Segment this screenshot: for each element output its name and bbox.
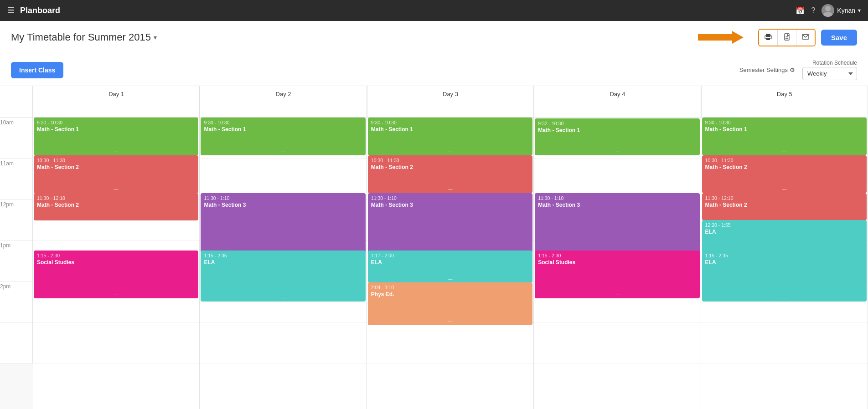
svg-point-1 xyxy=(823,12,832,17)
event-time: 1:15 - 2:30 xyxy=(538,253,696,258)
resize-handle-icon[interactable]: — xyxy=(114,149,119,154)
resize-handle-icon[interactable]: — xyxy=(782,295,786,300)
event-time: 9:30 - 10:30 xyxy=(705,120,863,125)
resize-handle-icon[interactable]: — xyxy=(281,295,285,300)
semester-settings-button[interactable]: Semester Settings ⚙ xyxy=(739,66,795,73)
header-row: My Timetable for Summer 2015 ▾ Save xyxy=(0,21,868,54)
timetable-title[interactable]: My Timetable for Summer 2015 ▾ xyxy=(11,31,157,43)
time-label-11am: 11am xyxy=(0,158,33,199)
event-block[interactable]: 11:30 - 1:10Math - Section 3— xyxy=(368,193,532,257)
event-time: 2:04 - 3:10 xyxy=(371,285,529,290)
resize-handle-icon[interactable]: — xyxy=(448,319,452,324)
event-time: 11:30 - 12:10 xyxy=(705,195,863,201)
event-time: 10:30 - 11:30 xyxy=(705,158,863,163)
svg-rect-4 xyxy=(766,38,770,40)
event-block[interactable]: 10:30 - 11:30Math - Section 2— xyxy=(702,155,867,193)
resize-handle-icon[interactable]: — xyxy=(114,292,119,297)
resize-handle-icon[interactable]: — xyxy=(782,214,786,219)
event-time: 10:30 - 11:30 xyxy=(371,158,529,163)
rotation-group: Rotation Schedule Weekly Daily Block xyxy=(802,60,857,80)
event-time: 1:15 - 2:35 xyxy=(705,253,863,258)
event-time: 1:15 - 2:30 xyxy=(37,253,195,258)
event-time: 9:30 - 10:30 xyxy=(37,120,195,125)
event-time: 9:30 - 10:30 xyxy=(204,120,362,125)
help-icon[interactable]: ? xyxy=(811,6,815,15)
event-time: 12:20 - 1:55 xyxy=(705,222,863,228)
event-block[interactable]: 10:30 - 11:30Math - Section 2— xyxy=(368,155,532,193)
events-area: 9:30 - 10:30Math - Section 1—10:30 - 11:… xyxy=(367,118,533,409)
event-block[interactable]: 1:17 - 2:00ELA— xyxy=(368,251,532,283)
resize-handle-icon[interactable]: — xyxy=(782,149,786,154)
event-title: Math - Section 1 xyxy=(371,126,529,133)
event-block[interactable]: 11:30 - 1:10Math - Section 3— xyxy=(201,193,365,257)
event-block[interactable]: 2:04 - 3:10Phys Ed.— xyxy=(368,282,532,325)
event-block[interactable]: 11:30 - 12:10Math - Section 2— xyxy=(702,193,867,220)
events-area: 9:30 - 10:30Math - Section 1—11:30 - 1:1… xyxy=(200,118,366,409)
resize-handle-icon[interactable]: — xyxy=(448,276,452,281)
event-block[interactable]: 9:30 - 10:30Math - Section 1— xyxy=(34,118,198,155)
rotation-schedule-select[interactable]: Weekly Daily Block xyxy=(802,67,857,80)
event-title: Math - Section 3 xyxy=(204,202,362,208)
print-button[interactable] xyxy=(759,30,778,46)
day-header-5: Day 5 xyxy=(701,86,868,118)
user-menu-caret-icon: ▾ xyxy=(858,7,861,14)
resize-handle-icon[interactable]: — xyxy=(448,149,452,154)
event-title: ELA xyxy=(705,229,863,235)
day-column-1: 9:30 - 10:30Math - Section 1—10:30 - 11:… xyxy=(33,118,200,409)
event-block[interactable]: 9:30 - 10:30Math - Section 1— xyxy=(702,118,867,155)
semester-settings-label: Semester Settings xyxy=(739,66,788,73)
event-block[interactable]: 11:30 - 12:10Math - Section 2— xyxy=(34,193,198,220)
rotation-schedule-label: Rotation Schedule xyxy=(812,60,857,66)
event-time: 11:30 - 1:10 xyxy=(538,195,696,201)
event-block[interactable]: 9:32 - 10:30Math - Section 1— xyxy=(535,118,699,155)
event-time: 1:15 - 2:35 xyxy=(204,253,362,258)
event-title: Math - Section 1 xyxy=(37,126,195,133)
event-block[interactable]: 11:30 - 1:10Math - Section 3— xyxy=(535,193,699,257)
arrow-annotation xyxy=(698,27,753,47)
top-navigation: ☰ Planboard 📅 ? Kynan ▾ xyxy=(0,0,868,21)
insert-class-button[interactable]: Insert Class xyxy=(11,62,63,78)
resize-handle-icon[interactable]: — xyxy=(448,187,452,192)
resize-handle-icon[interactable]: — xyxy=(114,214,119,219)
event-title: ELA xyxy=(705,259,863,266)
timetable-title-caret-icon: ▾ xyxy=(154,34,157,41)
event-block[interactable]: 9:30 - 10:30Math - Section 1— xyxy=(201,118,365,155)
event-title: Math - Section 1 xyxy=(538,127,696,133)
event-title: Phys Ed. xyxy=(371,291,529,297)
events-area: 9:30 - 10:30Math - Section 1—10:30 - 11:… xyxy=(701,118,868,409)
resize-handle-icon[interactable]: — xyxy=(615,292,620,297)
nav-right-actions: 📅 ? Kynan ▾ xyxy=(796,4,861,17)
arrow-icon xyxy=(698,31,744,44)
event-time: 9:30 - 10:30 xyxy=(371,120,529,125)
calendar-container[interactable]: Day 1 Day 2 Day 3 Day 4 Day 5 10am 11am … xyxy=(0,86,868,409)
toolbar-right: Semester Settings ⚙ Rotation Schedule We… xyxy=(739,60,857,80)
save-button[interactable]: Save xyxy=(821,30,857,46)
email-button[interactable] xyxy=(796,30,815,46)
event-block[interactable]: 1:15 - 2:30Social Studies— xyxy=(535,251,699,298)
event-block[interactable]: 10:30 - 11:30Math - Section 2— xyxy=(34,155,198,193)
event-block[interactable]: 1:15 - 2:35ELA— xyxy=(201,251,365,302)
event-block[interactable]: 9:30 - 10:30Math - Section 1— xyxy=(368,118,532,155)
calendar-icon[interactable]: 📅 xyxy=(796,6,805,15)
time-label-12pm: 12pm xyxy=(0,199,33,240)
event-block[interactable]: 1:15 - 2:35ELA— xyxy=(702,251,867,302)
day-column-2: 9:30 - 10:30Math - Section 1—11:30 - 1:1… xyxy=(200,118,367,409)
day-header-1: Day 1 xyxy=(33,86,200,118)
day-column-5: 9:30 - 10:30Math - Section 1—10:30 - 11:… xyxy=(701,118,868,409)
resize-handle-icon[interactable]: — xyxy=(615,149,620,154)
hamburger-icon[interactable]: ☰ xyxy=(7,5,15,15)
event-title: Math - Section 2 xyxy=(705,164,863,170)
event-title: Math - Section 2 xyxy=(37,164,195,170)
event-time: 10:30 - 11:30 xyxy=(37,158,195,163)
file-button[interactable] xyxy=(778,30,796,46)
time-label-1pm: 1pm xyxy=(0,240,33,281)
svg-point-0 xyxy=(825,6,831,11)
header-actions: Save xyxy=(698,27,857,47)
resize-handle-icon[interactable]: — xyxy=(281,149,285,154)
event-time: 11:30 - 1:10 xyxy=(371,195,529,201)
avatar xyxy=(822,4,834,17)
resize-handle-icon[interactable]: — xyxy=(114,187,119,192)
user-menu[interactable]: Kynan ▾ xyxy=(822,4,861,17)
resize-handle-icon[interactable]: — xyxy=(782,187,786,192)
event-block[interactable]: 1:15 - 2:30Social Studies— xyxy=(34,251,198,298)
